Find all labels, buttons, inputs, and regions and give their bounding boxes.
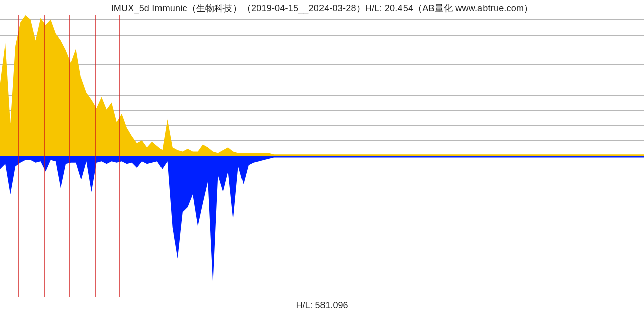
chart-title: IMUX_5d Immunic（生物科技）（2019-04-15__2024-0… bbox=[0, 2, 644, 14]
price-volume-chart: IMUX_5d Immunic（生物科技）（2019-04-15__2024-0… bbox=[0, 0, 644, 312]
chart-canvas bbox=[0, 0, 644, 312]
chart-footer: H/L: 581.096 bbox=[0, 300, 644, 311]
